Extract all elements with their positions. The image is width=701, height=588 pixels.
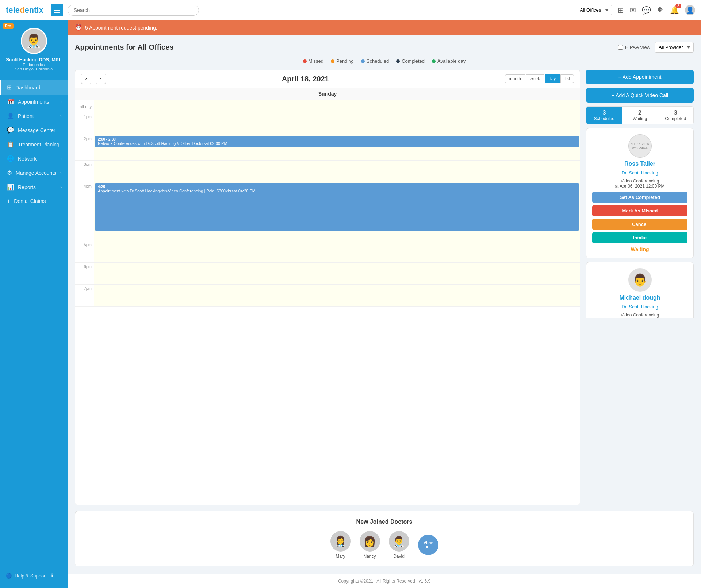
time-grid: all-day 1pm 2pm <box>75 100 580 307</box>
time-row-2pm: 2pm 2:00 - 2:30 Network Conferences with… <box>75 135 580 161</box>
office-selector[interactable]: All Offices Office 1 Office 2 <box>576 5 612 15</box>
tab-scheduled[interactable]: 3 Scheduled <box>586 107 622 124</box>
calendar-prev-button[interactable]: ‹ <box>81 74 91 84</box>
appointment-card-2: 👨 Michael dough Dr. Scott Hacking Video … <box>586 262 694 318</box>
sidebar-item-dashboard[interactable]: ⊞ Dashboard <box>0 80 68 95</box>
calendar-body: Sunday all-day 1pm <box>75 88 580 505</box>
legend-available: Available day <box>432 58 466 64</box>
search-input[interactable] <box>68 5 199 16</box>
list-view-button[interactable]: list <box>560 74 574 83</box>
calendar-event-2[interactable]: 4:20 Appointment with Dr.Scott Hacking<b… <box>95 183 579 231</box>
hipaa-view-label: HIPAA View <box>618 45 650 50</box>
sidebar-item-treatment[interactable]: 📋 Treatment Planing <box>0 137 68 151</box>
top-nav: teledentix All Offices Office 1 Office 2… <box>0 0 701 20</box>
mark-missed-button-1[interactable]: Mark As Missed <box>592 205 687 216</box>
sidebar-item-network[interactable]: 🌐 Network › <box>0 151 68 166</box>
patient-icon: 👤 <box>7 112 14 119</box>
content-area: Appointments for All Offices HIPAA View … <box>68 35 701 574</box>
speech-icon[interactable]: 🗣 <box>657 6 664 14</box>
chevron-right-icon: › <box>60 114 62 119</box>
doctor-item-david: 👨‍⚕️ David <box>389 531 409 559</box>
chevron-right-icon: › <box>60 170 62 176</box>
mail-icon[interactable]: ✉ <box>630 6 636 15</box>
hipaa-checkbox[interactable] <box>618 45 623 50</box>
time-label-2pm: 2pm <box>75 135 94 160</box>
time-cell-7pm <box>94 285 580 306</box>
nav-right: All Offices Office 1 Office 2 ⊞ ✉ 💬 🗣 🔔 … <box>576 5 695 15</box>
dental-icon: + <box>7 198 10 204</box>
chat-icon[interactable]: 💬 <box>642 6 651 15</box>
all-day-cell <box>94 100 580 113</box>
sidebar-item-label: Network <box>18 156 37 162</box>
time-label-4pm: 4pm <box>75 182 94 241</box>
dashboard-icon: ⊞ <box>7 84 12 91</box>
sidebar-item-appointments[interactable]: 📅 Appointments › <box>0 95 68 109</box>
time-label-7pm: 7pm <box>75 285 94 306</box>
provider-selector[interactable]: All Provider <box>655 42 694 53</box>
tab-completed[interactable]: 3 Completed <box>658 107 693 124</box>
appointment-type-2: Video Conferencingat Apr 06, 2021 12:00 … <box>615 312 664 318</box>
week-view-button[interactable]: week <box>526 74 544 83</box>
sidebar-item-message-center[interactable]: 💬 Message Center <box>0 123 68 137</box>
sidebar-item-label: Appointments <box>18 99 49 105</box>
month-view-button[interactable]: month <box>505 74 525 83</box>
legend-missed: Missed <box>303 58 323 64</box>
sidebar-item-label: Patient <box>18 113 34 119</box>
time-cell-4pm[interactable]: 4:20 Appointment with Dr.Scott Hacking<b… <box>94 182 580 241</box>
appointment-actions-1: Set As Completed Mark As Missed Cancel I… <box>592 192 687 243</box>
calendar-panel-row: ‹ › April 18, 2021 month week day list S… <box>75 70 694 505</box>
doctor-avatar-mary: 👩‍⚕️ <box>330 531 351 552</box>
calendar-event-1[interactable]: 2:00 - 2:30 Network Conferences with Dr.… <box>95 136 579 147</box>
all-day-row: all-day <box>75 100 580 113</box>
sidebar-item-label: Dashboard <box>15 85 41 91</box>
calendar-title: April 18, 2021 <box>110 75 501 83</box>
appointments-list: NO PREVIEWAVAILABLE Ross Tailer Dr. Scot… <box>586 128 694 318</box>
time-row-1pm: 1pm <box>75 113 580 135</box>
view-all-button[interactable]: ViewAll <box>418 535 438 555</box>
right-panel: + Add Appointment + Add A Quick Video Ca… <box>586 70 694 505</box>
sidebar-item-dental-claims[interactable]: + Dental Claims <box>0 194 68 208</box>
set-completed-button-1[interactable]: Set As Completed <box>592 192 687 203</box>
day-header: Sunday <box>75 88 580 100</box>
sidebar-item-reports[interactable]: 📊 Reports › <box>0 180 68 194</box>
profile-avatar: 👨‍⚕️ <box>21 28 47 54</box>
pending-dot <box>331 59 334 63</box>
sidebar-item-label: Manage Accounts <box>16 170 56 176</box>
sidebar-item-manage-accounts[interactable]: ⚙ Manage Accounts › <box>0 166 68 180</box>
reports-icon: 📊 <box>7 184 14 191</box>
tab-waiting[interactable]: 2 Waiting <box>622 107 658 124</box>
sidebar-item-label: Dental Claims <box>14 198 46 204</box>
sidebar-item-label: Message Center <box>18 127 55 133</box>
appointment-card-1: NO PREVIEWAVAILABLE Ross Tailer Dr. Scot… <box>586 128 694 258</box>
appointments-icon: 📅 <box>7 98 14 105</box>
grid-icon[interactable]: ⊞ <box>618 6 624 15</box>
add-appointment-button[interactable]: + Add Appointment <box>586 70 694 84</box>
help-label: Help & Support <box>15 573 47 579</box>
add-video-call-button[interactable]: + Add A Quick Video Call <box>586 88 694 103</box>
sidebar-item-patient[interactable]: 👤 Patient › <box>0 109 68 123</box>
available-dot <box>432 59 436 63</box>
waiting-status: Waiting <box>631 246 649 252</box>
calendar-next-button[interactable]: › <box>96 74 106 84</box>
chevron-right-icon: › <box>60 99 62 104</box>
sidebar-profile: Pro 👨‍⚕️ Scott Hacking DDS, MPh Endodont… <box>0 20 68 77</box>
bell-icon[interactable]: 🔔 8 <box>670 6 679 15</box>
doctor-name-mary: Mary <box>336 554 345 559</box>
doctor-avatar-david: 👨‍⚕️ <box>389 531 409 552</box>
hamburger-button[interactable] <box>51 4 63 16</box>
day-view-button[interactable]: day <box>545 74 560 83</box>
intake-button-1[interactable]: Intake <box>592 232 687 243</box>
sidebar-navigation: ⊞ Dashboard 📅 Appointments › 👤 Patient ›… <box>0 77 68 569</box>
alert-message: 5 Appointment request pending. <box>85 25 157 31</box>
view-all-doctors-item[interactable]: ViewAll <box>418 535 438 555</box>
help-support-item[interactable]: 🔵 Help & Support ℹ <box>0 569 68 582</box>
cancel-button-1[interactable]: Cancel <box>592 219 687 230</box>
time-cell-3pm <box>94 161 580 182</box>
time-cell-2pm[interactable]: 2:00 - 2:30 Network Conferences with Dr.… <box>94 135 580 160</box>
legend-completed: Completed <box>396 58 425 64</box>
user-avatar-nav[interactable]: 👤 <box>685 5 695 15</box>
calendar-header: ‹ › April 18, 2021 month week day list <box>75 70 580 88</box>
completed-dot <box>396 59 400 63</box>
time-row-5pm: 5pm <box>75 241 580 263</box>
appointment-tabs: 3 Scheduled 2 Waiting 3 Completed <box>586 106 694 124</box>
